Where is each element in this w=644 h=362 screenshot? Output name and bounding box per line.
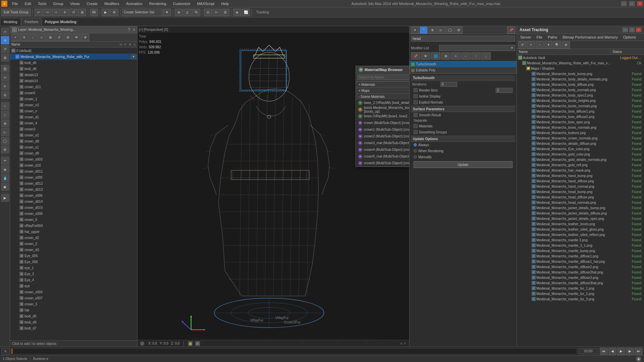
asset-file-row[interactable]: P Medieval_Monarchs_mantle_3_1.png Found xyxy=(517,243,644,248)
next-key-btn[interactable]: ▶ xyxy=(626,348,634,355)
menu-views[interactable]: Views xyxy=(68,1,82,6)
menu-customize[interactable]: Customize xyxy=(171,1,192,6)
add-to-layer-btn[interactable]: ↓ xyxy=(29,34,37,41)
asset-file-row[interactable]: P Medieval_Monarchs_jacket_details_diffu… xyxy=(517,210,644,216)
asset-file-row[interactable]: P Medieval_Monarchs_jacket_details_bump.… xyxy=(517,205,644,210)
layer-item[interactable]: ⊡ crown_3 xyxy=(10,301,137,307)
asset-file-row[interactable]: P Medieval_Monarchs_hand_diffuse.png Fou… xyxy=(517,178,644,184)
mat-item[interactable]: M crown6 (Multi/Sub-Object) [crown_d013] xyxy=(356,160,409,167)
render-iters-input[interactable] xyxy=(496,88,513,93)
asset-file-row[interactable]: P Medieval_Monarchs_body_details_normals… xyxy=(517,76,644,82)
mod-add-btn[interactable]: + xyxy=(451,52,461,60)
play-btn[interactable]: ▶ xyxy=(1,194,9,202)
asset-file-row[interactable]: P Medieval_Monarchs_details_diffuse.png … xyxy=(517,141,644,146)
layer-item[interactable]: ⊡ Eye_006 xyxy=(10,259,137,265)
select-all-layer-btn[interactable]: ⊞ xyxy=(46,34,54,41)
asset-file-row[interactable]: P Medieval_Monarchs_body_bump.png Found xyxy=(517,71,644,76)
app-close-btn[interactable]: × xyxy=(637,1,643,6)
layer-item[interactable]: ⊡ crown_d9 xyxy=(10,150,137,156)
select-layer-btn[interactable]: ⊹ xyxy=(38,34,46,41)
asset-file-row[interactable]: P Medieval_Monarchs_crown_normals.png Fo… xyxy=(517,135,644,141)
layer-item[interactable]: ⊡ crown_d8 xyxy=(10,138,137,144)
select-btn[interactable]: ⊹ xyxy=(52,9,60,16)
layer-item[interactable]: ⊡ crown5 xyxy=(10,90,137,96)
layer-item[interactable]: ⊡ vRayFur004 xyxy=(10,223,137,229)
layer-active-file[interactable]: ▷ Medieval_Monarchs_Wearing_Robe_with_Fu… xyxy=(10,54,137,60)
asset-file-row[interactable]: P Medieval_Monarchs_bow_diffuse1.png Fou… xyxy=(517,109,644,114)
asset-file-row[interactable]: P Medieval_Monarchs_mantle_fur_1.png Fou… xyxy=(517,286,644,291)
mat-section-scene[interactable]: - Scene Materials xyxy=(356,94,409,100)
menu-help[interactable]: Help xyxy=(219,1,231,6)
layer-item[interactable]: ⊡ crown_s007 xyxy=(10,295,137,301)
explicit-normals-cb[interactable] xyxy=(414,100,418,104)
mod-pin-btn[interactable]: 📌 xyxy=(411,52,420,60)
update-btn[interactable]: Update xyxy=(414,161,513,168)
utility-tool[interactable]: ⚙ xyxy=(1,145,9,154)
asset-maps-folder[interactable]: 📁 Maps / Shaders xyxy=(517,66,644,71)
menu-animation[interactable]: Animation xyxy=(124,1,145,6)
menu-edit[interactable]: Edit xyxy=(23,1,33,6)
asset-file-row[interactable]: P Medieval_Monarchs_head_diffuse.png Fou… xyxy=(517,194,644,200)
asset-vault-item[interactable]: V Autodesk Vault Logged Out ... xyxy=(517,55,644,60)
asset-file-row[interactable]: P Medieval_Monarchs_mantle_fur_2.png Fou… xyxy=(517,291,644,296)
edit-tools-group-btn[interactable]: Edit Tools Group xyxy=(1,9,31,16)
layer-item[interactable]: ⊡ crown_n xyxy=(10,108,137,114)
layer-item[interactable]: ⊡ crown_d011 xyxy=(10,168,137,174)
create-tool[interactable]: ☆ xyxy=(1,102,9,110)
prev-frame-btn[interactable]: ⏮ xyxy=(600,348,608,355)
menu-file[interactable]: File xyxy=(10,1,20,6)
layer-item[interactable]: ⊡ bodi_d9 xyxy=(10,319,137,325)
asset-menu-server[interactable]: Server xyxy=(518,35,533,40)
mat-section-materials[interactable]: + Materials xyxy=(356,81,409,87)
status-circle-btn[interactable]: ◉ xyxy=(636,356,641,362)
mod-remove-btn[interactable]: − xyxy=(461,52,471,60)
asset-close-btn[interactable]: × xyxy=(636,27,641,32)
layer-hide-btn[interactable]: 👁 xyxy=(72,34,80,41)
asset-file-row[interactable]: P Medieval_Monarchs_mantle_diffuse2.png … xyxy=(517,264,644,269)
menu-maxscript[interactable]: MAXScript xyxy=(195,1,216,6)
utility-panel-btn[interactable]: ⚙ xyxy=(454,26,463,34)
mod-configure-btn[interactable]: ⚙ xyxy=(441,52,450,60)
minimize-btn[interactable]: — xyxy=(621,1,627,6)
layer-item[interactable]: ⊡ crown_s1 xyxy=(10,144,137,150)
layer-item[interactable]: ⊡ crown_n2 xyxy=(10,102,137,108)
smoothing-groups-cb[interactable] xyxy=(414,130,418,134)
layers-help-btn[interactable]: ? xyxy=(128,27,130,32)
mat-section-maps[interactable]: + Maps xyxy=(356,87,409,94)
iterations-input[interactable] xyxy=(440,82,457,87)
layer-mgr-btn[interactable]: ☰ xyxy=(221,9,229,16)
asset-file-item[interactable]: F Medieval_Monarchs_Wearing_Robe_with_Fu… xyxy=(517,60,644,66)
layer-item[interactable]: ⊡ bodi_d8 xyxy=(10,66,137,72)
asset-file-row[interactable]: P Medieval_Monarchs_hair_mask.png Found xyxy=(517,168,644,173)
next-frame-btn[interactable]: ⏭ xyxy=(635,348,643,355)
bone-tool[interactable]: ≡ xyxy=(1,82,9,90)
asset-file-row[interactable]: P Medieval_Monarchs_leather_boots.png Fo… xyxy=(517,221,644,227)
smooth-result-cb[interactable] xyxy=(414,113,418,117)
menu-group[interactable]: Group xyxy=(51,1,65,6)
asset-file-row[interactable]: P Medieval_Monarchs_jacket_details_spec.… xyxy=(517,216,644,221)
layer-item[interactable]: ⊡ crown_d015 xyxy=(10,204,137,210)
eyedrop-tool[interactable]: 💧 xyxy=(1,174,9,182)
layer-item[interactable]: ⊡ crown_d014 xyxy=(10,198,137,204)
asset-file-row[interactable]: P Medieval_Monarchs_body_diffuse.png Fou… xyxy=(517,82,644,87)
track-view-btn[interactable]: 📈 xyxy=(242,9,250,16)
layer-item[interactable]: ⊡ Eye_4 xyxy=(10,277,137,283)
asset-file-row[interactable]: P Medieval_Monarchs_mantle_bump.png Foun… xyxy=(517,248,644,253)
asset-strip-btn[interactable]: ⊗ xyxy=(562,41,570,49)
asset-file-row[interactable]: P Medieval_Monarchs_buttons.png Found xyxy=(517,130,644,135)
layer-item[interactable]: ⊡ crown_5 xyxy=(10,217,137,223)
layers-close-btn[interactable]: × xyxy=(133,27,135,32)
asset-file-row[interactable]: P Medieval_Monarchs_mantle_diffuse1_hat.… xyxy=(517,259,644,264)
snap3d-tool[interactable]: ◈ xyxy=(1,165,9,173)
asset-file-row[interactable]: P Medieval_Monarchs_Eye_color.png Found xyxy=(517,146,644,152)
object-name-input[interactable] xyxy=(411,36,515,42)
asset-menu-options[interactable]: Options xyxy=(621,35,638,40)
layer-item[interactable]: ⊡ bodi_d6 xyxy=(10,60,137,66)
panel-pin-btn[interactable]: 📌 xyxy=(507,26,515,34)
mat-item[interactable]: M crown4 (Multi/Sub-Object) [crown_d014] xyxy=(356,146,409,153)
isolate-tool[interactable]: ◉ xyxy=(1,183,9,191)
asset-file-row[interactable]: P Medieval_Monarchs_gold_details_normals… xyxy=(517,157,644,162)
asset-file-row[interactable]: P Medieval_Monarchs_leather_oiled_gloss.… xyxy=(517,227,644,232)
asset-file-row[interactable]: P Medieval_Monarchs_mantle 3.png Found xyxy=(517,237,644,243)
asset-file-row[interactable]: P Medieval_Monarchs_head_bump.png Found xyxy=(517,189,644,194)
